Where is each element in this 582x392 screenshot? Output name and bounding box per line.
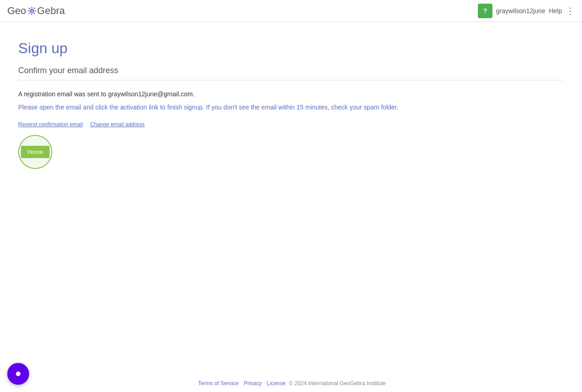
logo-text-gebra: Gebra [37,5,65,17]
action-links: Resend confirmation email Change email a… [18,121,564,128]
username-label[interactable]: graywilson12june [496,7,545,15]
logo-text-geo: Geo [7,5,26,17]
user-avatar[interactable]: ? [478,4,492,18]
more-options-icon[interactable]: ⋮ [566,5,575,16]
header-right: ? graywilson12june Help ⋮ [478,4,575,18]
geogebra-gear-icon [27,6,37,16]
footer: Terms of Service Privacy License © 2024 … [0,375,582,392]
logo[interactable]: Geo Gebra [7,5,65,17]
svg-line-9 [29,13,30,14]
terms-of-service-link[interactable]: Terms of Service [198,380,238,387]
svg-line-7 [34,13,35,14]
header: Geo Gebra ? graywilson12june Help ⋮ [0,0,582,22]
chat-bubble-button[interactable] [7,363,29,385]
home-button[interactable]: Home [21,146,50,158]
info-line1: A registration email was sent to graywil… [18,89,564,99]
svg-line-8 [34,8,35,9]
license-link[interactable]: License [267,380,286,387]
svg-line-6 [29,8,30,9]
svg-point-1 [31,10,33,12]
home-button-circle[interactable]: Home [18,135,52,169]
main-content: Sign up Confirm your email address A reg… [0,22,582,375]
privacy-link[interactable]: Privacy [244,380,261,387]
chat-bubble-dot [16,372,20,376]
copyright-text: © 2024 International GeoGebra Institute [289,380,386,387]
help-link[interactable]: Help [549,7,562,15]
page-title: Sign up [18,40,564,57]
resend-confirmation-link[interactable]: Resend confirmation email [18,121,83,128]
info-line2: Please open the email and click the acti… [18,103,564,112]
change-email-link[interactable]: Change email address [90,121,145,128]
section-title: Confirm your email address [18,66,564,80]
